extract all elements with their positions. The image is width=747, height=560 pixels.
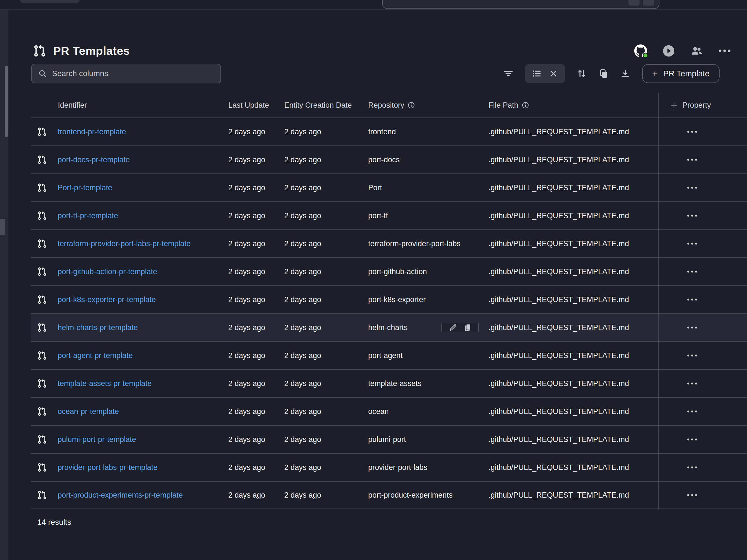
identifier-link[interactable]: frontend-pr-template	[58, 128, 126, 136]
row-entity-icon-cell	[31, 435, 53, 444]
identifier-link[interactable]: port-github-action-pr-template	[58, 267, 157, 276]
row-more-options-button[interactable]	[684, 490, 700, 500]
row-more-options-button[interactable]	[684, 378, 700, 389]
identifier-link[interactable]: port-docs-pr-template	[58, 156, 130, 164]
file-path-cell: .github/PULL_REQUEST_TEMPLATE.md	[484, 184, 658, 192]
sort-button[interactable]	[576, 69, 587, 79]
row-more-options-button[interactable]	[684, 294, 700, 305]
file-path-cell: .github/PULL_REQUEST_TEMPLATE.md	[484, 491, 658, 500]
list-view-button[interactable]	[532, 69, 541, 78]
identifier-link[interactable]: pulumi-port-pr-template	[58, 435, 136, 444]
last-update-cell: 2 days ago	[224, 323, 280, 332]
table-row[interactable]: pulumi-port-pr-template 2 days ago 2 day…	[31, 425, 747, 453]
identifier-link[interactable]: Port-pr-template	[58, 184, 112, 192]
column-header-last-update[interactable]: Last Update	[224, 101, 280, 110]
identifier-link[interactable]: provider-port-labs-pr-template	[58, 463, 157, 472]
table-row[interactable]: helm-charts-pr-template 2 days ago 2 day…	[31, 313, 747, 341]
table-row[interactable]: ocean-pr-template 2 days ago 2 days ago …	[31, 397, 747, 425]
identifier-link[interactable]: ocean-pr-template	[58, 407, 119, 416]
row-more-options-button[interactable]	[684, 406, 700, 417]
file-path-cell: .github/PULL_REQUEST_TEMPLATE.md	[484, 323, 658, 332]
row-more-options-button[interactable]	[684, 350, 700, 361]
row-more-options-button[interactable]	[684, 210, 700, 221]
global-search-bar[interactable]	[382, 0, 660, 9]
repository-cell: ocean	[364, 407, 484, 416]
search-columns-input[interactable]	[52, 69, 214, 78]
page-more-options-button[interactable]	[718, 45, 731, 57]
run-button[interactable]	[663, 45, 675, 57]
table-row[interactable]: port-github-action-pr-template 2 days ag…	[31, 257, 747, 285]
status-online-dot	[643, 53, 648, 58]
identifier-link[interactable]: port-tf-pr-template	[58, 211, 118, 220]
identifier-link[interactable]: port-k8s-exporter-pr-template	[58, 295, 156, 304]
table-row[interactable]: template-assets-pr-template 2 days ago 2…	[31, 369, 747, 397]
entity-creation-date-cell: 2 days ago	[280, 184, 364, 192]
column-header-file-path[interactable]: File Path	[484, 101, 658, 110]
row-more-options-button[interactable]	[684, 266, 700, 277]
table-row[interactable]: port-tf-pr-template 2 days ago 2 days ag…	[31, 202, 747, 230]
close-icon	[549, 69, 558, 78]
last-update-cell: 2 days ago	[224, 379, 280, 388]
copy-button[interactable]	[463, 323, 472, 332]
table-row[interactable]: terraform-provider-port-labs-pr-template…	[31, 230, 747, 257]
edit-button[interactable]	[449, 323, 457, 332]
browser-tab-remnant[interactable]	[20, 0, 80, 3]
add-pr-template-button[interactable]: + PR Template	[642, 64, 720, 83]
filter-button[interactable]	[503, 69, 513, 79]
identifier-link[interactable]: port-product-experiments-pr-template	[58, 491, 183, 499]
repository-cell: Port	[364, 184, 484, 192]
column-header-entity-creation-date[interactable]: Entity Creation Date	[280, 101, 364, 110]
entity-creation-date-cell: 2 days ago	[280, 379, 364, 388]
identifier-link[interactable]: terraform-provider-port-labs-pr-template	[58, 239, 191, 248]
row-entity-icon-cell	[31, 323, 53, 332]
file-path-cell: .github/PULL_REQUEST_TEMPLATE.md	[484, 435, 658, 444]
table-row[interactable]: port-k8s-exporter-pr-template 2 days ago…	[31, 285, 747, 313]
identifier-link[interactable]: port-agent-pr-template	[58, 351, 133, 360]
row-actions-cell	[658, 294, 747, 305]
pull-request-icon	[37, 323, 47, 332]
entity-creation-date-cell: 2 days ago	[280, 267, 364, 276]
row-actions-cell	[658, 266, 747, 277]
file-path-cell: .github/PULL_REQUEST_TEMPLATE.md	[484, 379, 658, 388]
identifier-link[interactable]: template-assets-pr-template	[58, 379, 152, 388]
row-more-options-button[interactable]	[684, 238, 700, 249]
ellipsis-icon	[687, 242, 697, 245]
clear-view-button[interactable]	[549, 69, 558, 78]
pull-request-icon	[37, 211, 47, 220]
info-icon[interactable]	[408, 102, 415, 109]
copy-table-button[interactable]	[598, 69, 609, 79]
table-row[interactable]: port-product-experiments-pr-template 2 d…	[31, 481, 747, 509]
entity-creation-date-cell: 2 days ago	[280, 295, 364, 304]
row-entity-icon-cell	[31, 183, 53, 192]
download-button[interactable]	[620, 69, 630, 79]
vertical-scrollbar-thumb[interactable]	[5, 66, 8, 137]
row-more-options-button[interactable]	[684, 434, 700, 445]
entity-creation-date-cell: 2 days ago	[280, 351, 364, 360]
row-more-options-button[interactable]	[684, 127, 700, 137]
table-row[interactable]: frontend-pr-template 2 days ago 2 days a…	[31, 117, 747, 145]
table-row[interactable]: Port-pr-template 2 days ago 2 days ago P…	[31, 174, 747, 202]
table-row[interactable]: port-docs-pr-template 2 days ago 2 days …	[31, 145, 747, 174]
column-header-identifier[interactable]: Identifier	[53, 101, 224, 110]
repository-cell: port-k8s-exporter	[364, 295, 484, 304]
audience-button[interactable]	[691, 45, 703, 57]
row-actions-cell	[658, 462, 747, 473]
github-integration-button[interactable]	[635, 45, 647, 57]
row-actions-cell	[658, 210, 747, 221]
row-more-options-button[interactable]	[684, 182, 700, 193]
table-row[interactable]: provider-port-labs-pr-template 2 days ag…	[31, 453, 747, 481]
pull-request-icon	[33, 45, 46, 57]
row-actions-cell	[658, 154, 747, 165]
pull-request-icon	[37, 295, 47, 304]
entity-creation-date-cell: 2 days ago	[280, 407, 364, 416]
table-row[interactable]: port-agent-pr-template 2 days ago 2 days…	[31, 341, 747, 369]
pull-request-icon	[37, 239, 47, 248]
identifier-link[interactable]: helm-charts-pr-template	[58, 323, 138, 332]
add-property-button[interactable]: Property	[658, 101, 747, 110]
row-more-options-button[interactable]	[684, 322, 700, 333]
plus-icon	[670, 101, 678, 109]
row-more-options-button[interactable]	[684, 462, 700, 473]
info-icon[interactable]	[522, 102, 529, 109]
row-more-options-button[interactable]	[684, 154, 700, 165]
column-header-repository[interactable]: Repository	[364, 101, 484, 110]
